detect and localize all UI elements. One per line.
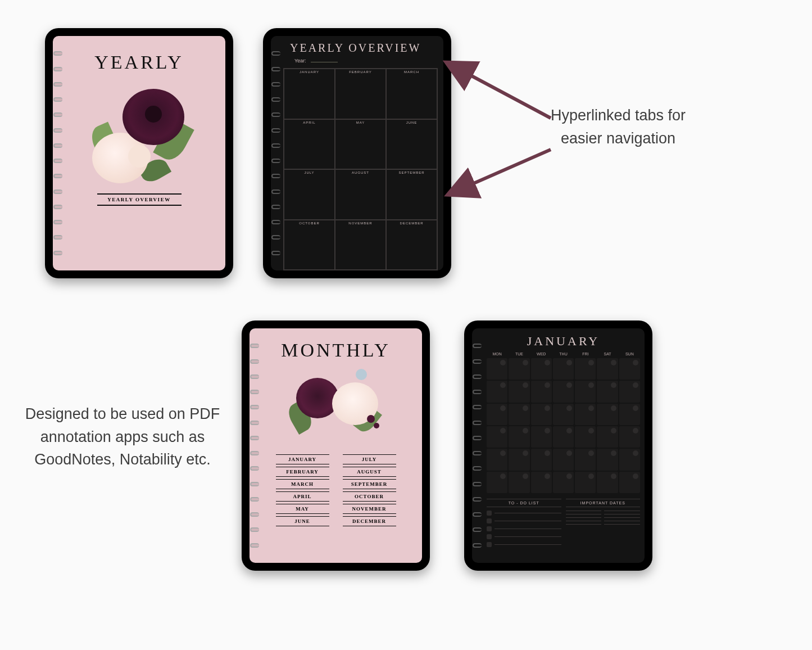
calendar-cell[interactable]: [575, 404, 596, 425]
calendar-cell[interactable]: [531, 381, 552, 402]
month-cell-march[interactable]: MARCH: [386, 69, 437, 119]
calendar-cell[interactable]: [531, 449, 552, 470]
month-link-january[interactable]: JANUARY: [276, 454, 329, 464]
date-input-line[interactable]: [604, 524, 640, 525]
calendar-cell[interactable]: [575, 449, 596, 470]
calendar-cell[interactable]: [575, 381, 596, 402]
calendar-cell[interactable]: [597, 426, 618, 448]
january-title: JANUARY: [482, 334, 645, 349]
ipad-yearly-overview: YEARLY OVERVIEW Year: JANUARYFEBRUARYMAR…: [263, 28, 451, 278]
calendar-cell[interactable]: [575, 426, 596, 448]
yearly-overview-link[interactable]: YEARLY OVERVIEW: [97, 193, 182, 206]
month-cell-october[interactable]: OCTOBER: [284, 220, 335, 270]
calendar-cell[interactable]: [553, 381, 574, 402]
todo-input-line[interactable]: [495, 529, 561, 529]
calendar-cell[interactable]: [487, 449, 507, 470]
checkbox-icon[interactable]: [487, 534, 492, 539]
date-input-line[interactable]: [604, 521, 640, 521]
calendar-cell[interactable]: [619, 381, 640, 402]
calendar-cell[interactable]: [487, 472, 507, 493]
calendar-cell[interactable]: [531, 472, 552, 493]
todo-input-line[interactable]: [495, 521, 561, 521]
month-link-june[interactable]: JUNE: [276, 516, 329, 526]
calendar-cell[interactable]: [553, 358, 574, 380]
month-link-april[interactable]: APRIL: [276, 491, 329, 502]
calendar-cell[interactable]: [619, 358, 640, 380]
date-input-line[interactable]: [604, 514, 640, 514]
calendar-cell[interactable]: [597, 472, 618, 493]
date-input-line[interactable]: [566, 517, 602, 518]
calendar-cell[interactable]: [487, 358, 507, 380]
date-input-line[interactable]: [566, 521, 602, 521]
weekday-sat: SAT: [597, 352, 618, 356]
calendar-cell[interactable]: [619, 472, 640, 493]
calendar-cell[interactable]: [575, 358, 596, 380]
calendar-cell[interactable]: [553, 449, 574, 470]
month-cell-november[interactable]: NOVEMBER: [335, 220, 386, 270]
month-link-july[interactable]: JULY: [343, 454, 396, 464]
month-cell-april[interactable]: APRIL: [284, 119, 335, 170]
month-cell-august[interactable]: AUGUST: [335, 169, 386, 220]
calendar-cell[interactable]: [509, 449, 529, 470]
month-cell-september[interactable]: SEPTEMBER: [386, 169, 437, 220]
calendar-cell[interactable]: [553, 426, 574, 448]
date-input-line[interactable]: [604, 511, 640, 511]
calendar-cell[interactable]: [531, 358, 552, 380]
todo-input-line[interactable]: [495, 536, 561, 537]
annotation-apps: Designed to be used on PDF annotation ap…: [21, 403, 224, 471]
checkbox-icon[interactable]: [487, 542, 492, 547]
todo-input-line[interactable]: [495, 513, 561, 513]
calendar-cell[interactable]: [509, 404, 529, 425]
yearly-overview-page: YEARLY OVERVIEW Year: JANUARYFEBRUARYMAR…: [271, 36, 443, 270]
month-link-august[interactable]: AUGUST: [343, 467, 396, 477]
weekday-header: MONTUEWEDTHUFRISATSUN: [487, 352, 640, 356]
todo-title: TO - DO LIST: [487, 499, 561, 507]
calendar-cell[interactable]: [597, 449, 618, 470]
checkbox-icon[interactable]: [487, 511, 492, 516]
calendar-cell[interactable]: [619, 426, 640, 448]
calendar-cell[interactable]: [553, 472, 574, 493]
month-link-february[interactable]: FEBRUARY: [276, 467, 329, 477]
calendar-cell[interactable]: [553, 404, 574, 425]
calendar-cell[interactable]: [619, 449, 640, 470]
calendar-cell[interactable]: [575, 472, 596, 493]
calendar-cell[interactable]: [487, 404, 507, 425]
month-cell-december[interactable]: DECEMBER: [386, 220, 437, 270]
date-input-line[interactable]: [566, 514, 602, 514]
dates-title: IMPORTANT DATES: [566, 499, 641, 507]
month-link-may[interactable]: MAY: [276, 504, 329, 514]
checkbox-icon[interactable]: [487, 518, 492, 523]
calendar-cell[interactable]: [597, 358, 618, 380]
weekday-sun: SUN: [619, 352, 640, 356]
calendar-cell[interactable]: [619, 404, 640, 425]
calendar-cell[interactable]: [509, 358, 529, 380]
calendar-cell[interactable]: [597, 404, 618, 425]
month-cell-may[interactable]: MAY: [335, 119, 386, 170]
overview-title: YEARLY OVERVIEW: [290, 42, 421, 55]
month-link-march[interactable]: MARCH: [276, 479, 329, 489]
arrow-icon: [461, 146, 562, 199]
month-cell-february[interactable]: FEBRUARY: [335, 69, 386, 119]
month-cell-january[interactable]: JANUARY: [284, 69, 335, 119]
month-link-december[interactable]: DECEMBER: [343, 516, 396, 526]
date-input-line[interactable]: [566, 524, 602, 525]
calendar-cell[interactable]: [531, 426, 552, 448]
calendar-cell[interactable]: [597, 381, 618, 402]
monthly-title: MONTHLY: [250, 340, 422, 361]
checkbox-icon[interactable]: [487, 526, 492, 531]
month-link-september[interactable]: SEPTEMBER: [343, 479, 396, 489]
calendar-cell[interactable]: [487, 381, 507, 402]
month-cell-june[interactable]: JUNE: [386, 119, 437, 170]
month-cell-july[interactable]: JULY: [284, 169, 335, 220]
month-link-november[interactable]: NOVEMBER: [343, 504, 396, 514]
calendar-cell[interactable]: [509, 472, 529, 493]
todo-input-line[interactable]: [495, 544, 561, 545]
calendar-cell[interactable]: [509, 426, 529, 448]
calendar-cell[interactable]: [509, 381, 529, 402]
date-input-line[interactable]: [604, 517, 640, 518]
date-input-line[interactable]: [566, 511, 602, 511]
month-link-october[interactable]: OCTOBER: [343, 491, 396, 502]
calendar-cell[interactable]: [531, 404, 552, 425]
calendar-cell[interactable]: [487, 426, 507, 448]
year-input-line[interactable]: [311, 62, 338, 62]
